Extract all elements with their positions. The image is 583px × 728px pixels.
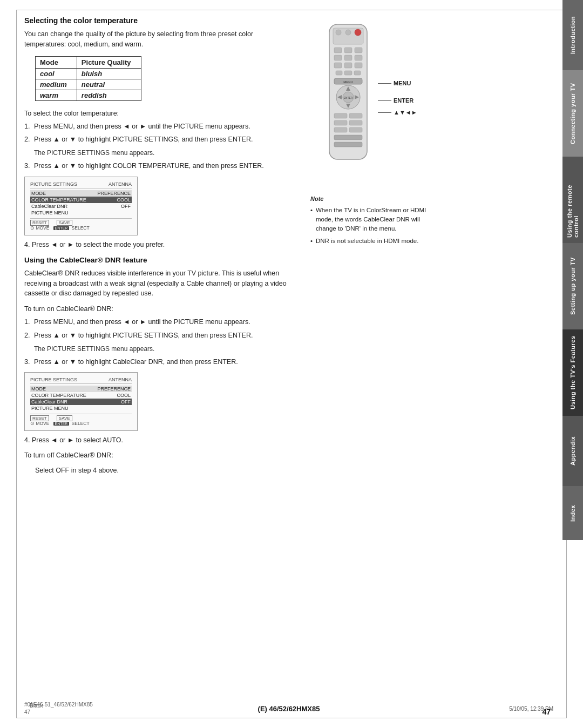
menu-line <box>378 83 391 84</box>
menu1-select-label: SELECT <box>72 225 90 231</box>
sidebar-tab-setting-up[interactable]: Setting up your TV <box>562 243 583 329</box>
steps-intro: To select the color temperature: <box>24 110 294 117</box>
svg-rect-9 <box>344 55 352 60</box>
main-content: Selecting the color temperature You can … <box>24 16 553 706</box>
menu2-select-label: SELECT <box>72 421 90 426</box>
menu2-dnr-label: CableClear DNR <box>31 399 67 405</box>
section2-heading-text: Using the CableClear® DNR feature <box>24 256 147 264</box>
menu2-color-temp-value: COOL <box>117 393 131 398</box>
table-cell: bluish <box>77 68 141 79</box>
menu-label-text: MENU <box>394 80 411 86</box>
step-2-3: 3. Press ▲ or ▼ to highlight CableClear … <box>24 357 294 367</box>
step-1-3-text: Press ▲ or ▼ to highlight COLOR TEMPERAT… <box>34 162 264 170</box>
step-2-2-text: Press ▲ or ▼ to highlight PICTURE SETTIN… <box>34 332 253 339</box>
page-border-left <box>16 10 17 718</box>
menu1-row-picture-menu: PICTURE MENU <box>30 210 132 216</box>
footer-model: (E) 46/52/62HMX85 <box>258 705 320 713</box>
table-cell: cool <box>36 68 77 79</box>
svg-point-4 <box>355 29 361 36</box>
right-sidebar: Introduction Connecting your TV Using th… <box>562 0 583 728</box>
svg-rect-30 <box>334 127 347 132</box>
menu2-footer-reset: RESET SAVE <box>30 415 72 421</box>
menu2-header-right: ANTENNA <box>109 377 132 382</box>
svg-rect-27 <box>349 113 362 118</box>
step-2-1: 1. Press MENU, and then press ◄ or ► unt… <box>24 317 294 327</box>
menu1-header-right: ANTENNA <box>109 181 132 187</box>
svg-rect-15 <box>344 71 352 75</box>
sidebar-tab-index[interactable]: Index <box>562 486 583 540</box>
sidebar-tab-using-features[interactable]: Using the TV's Features <box>562 329 583 416</box>
arrows-label-area: ▲▼◄► <box>378 109 417 116</box>
menu1-row-mode: MODE PREFERENCE <box>30 190 132 197</box>
menu1-dnr-value: OFF <box>121 204 131 209</box>
menu2-row-mode: MODE PREFERENCE <box>30 386 132 392</box>
svg-rect-7 <box>355 48 362 53</box>
step-1-1: 1. Press MENU, and then press ◄ or ► unt… <box>24 122 294 132</box>
section2-heading: Using the CableClear® DNR feature <box>24 256 294 264</box>
enter-line <box>378 100 391 101</box>
table-cell: medium <box>36 79 77 90</box>
svg-rect-31 <box>349 127 362 132</box>
sidebar-tab-introduction[interactable]: Introduction <box>562 0 583 70</box>
sidebar-tab-appendix[interactable]: Appendix <box>562 416 583 486</box>
svg-rect-29 <box>349 120 362 125</box>
menu1-color-temp-value: COOL <box>117 197 131 203</box>
note-item-2: DNR is not selectable in HDMI mode. <box>310 237 429 246</box>
page-footer: #01E46-51_46/52/62HMX85 47 (E) 46/52/62H… <box>24 701 553 716</box>
step-1-3: 3. Press ▲ or ▼ to highlight COLOR TEMPE… <box>24 161 294 171</box>
svg-text:ENTER: ENTER <box>344 96 353 99</box>
arrows-line <box>378 112 391 113</box>
note-item-1: When the TV is in ColorStream or HDMI mo… <box>310 206 429 234</box>
step-1-sub: The PICTURE SETTINGS menu appears. <box>34 148 294 158</box>
table-header-mode: Mode <box>36 56 77 68</box>
sidebar-tab-connecting[interactable]: Connecting your TV <box>562 70 583 157</box>
svg-rect-13 <box>355 63 362 68</box>
menu1-color-temp-label: COLOR TEMPERATURE <box>31 197 86 203</box>
menu1-mode-value: PREFERENCE <box>97 191 131 196</box>
svg-rect-32 <box>334 135 362 140</box>
section2-intro: CableClear® DNR reduces visible interfer… <box>24 268 294 299</box>
enter-label-area: ENTER <box>378 97 413 104</box>
section2-turn-off: To turn off CableClear® DNR: <box>24 451 294 459</box>
steps-list-2: 1. Press MENU, and then press ◄ or ► unt… <box>24 317 294 367</box>
page-border-top <box>16 10 567 10</box>
svg-rect-8 <box>334 55 342 60</box>
svg-point-2 <box>336 30 341 35</box>
menu2-footer: RESET SAVE ⊙ MOVE ENTER SELECT <box>30 414 132 426</box>
svg-rect-10 <box>355 55 362 60</box>
menu1-dnr-label: CableClear DNR <box>31 204 67 209</box>
color-label: Black <box>30 703 43 709</box>
menu2-row-dnr: CableClear DNR OFF <box>30 399 132 405</box>
menu-mockup-1: PICTURE SETTINGS ANTENNA MODE PREFERENCE… <box>24 177 138 235</box>
step-2-3-text: Press ▲ or ▼ to highlight CableClear DNR… <box>34 358 238 366</box>
step-1-2: 2. Press ▲ or ▼ to highlight PICTURE SET… <box>24 134 294 145</box>
section2-turn-on: To turn on CableClear® DNR: <box>24 305 294 313</box>
svg-rect-14 <box>336 71 342 75</box>
svg-point-3 <box>345 30 351 35</box>
menu1-footer: RESET SAVE ⊙ MOVE ENTER SELECT <box>30 218 132 231</box>
menu2-color-temp-label: COLOR TEMPERATURE <box>31 393 86 398</box>
menu1-row-color-temp: COLOR TEMPERATURE COOL <box>30 197 132 203</box>
footer-page-ref: 47 <box>24 709 93 716</box>
step-2-sub: The PICTURE SETTINGS menu appears. <box>34 344 294 354</box>
step-1-4: 4. Press ◄ or ► to select the mode you p… <box>24 241 294 248</box>
remote-svg: MENU ENTER <box>321 22 375 162</box>
svg-text:MENU: MENU <box>343 80 353 84</box>
menu2-header: PICTURE SETTINGS ANTENNA <box>30 377 132 384</box>
step-2-1-text: Press MENU, and then press ◄ or ► until … <box>34 318 250 326</box>
menu2-footer-move-icon: ⊙ MOVE <box>30 421 49 426</box>
enter-label-text: ENTER <box>394 97 413 104</box>
svg-rect-11 <box>334 63 342 68</box>
menu1-picture-menu-label: PICTURE MENU <box>31 210 69 215</box>
sidebar-tab-using-remote[interactable]: Using the remote control <box>562 157 583 243</box>
section1-heading: Selecting the color temperature <box>24 16 294 25</box>
page-border-bottom <box>16 718 567 718</box>
menu1-header: PICTURE SETTINGS ANTENNA <box>30 181 132 188</box>
menu1-footer-reset: RESET SAVE <box>30 220 72 225</box>
menu1-row-dnr: CableClear DNR OFF <box>30 203 132 210</box>
note-area: Note When the TV is in ColorStream or HD… <box>310 194 429 250</box>
right-column: MENU ENTER <box>310 16 429 474</box>
svg-rect-5 <box>334 48 342 53</box>
step-1-2-text: Press ▲ or ▼ to highlight PICTURE SETTIN… <box>34 136 253 143</box>
menu2-picture-menu-label: PICTURE MENU <box>31 406 69 411</box>
